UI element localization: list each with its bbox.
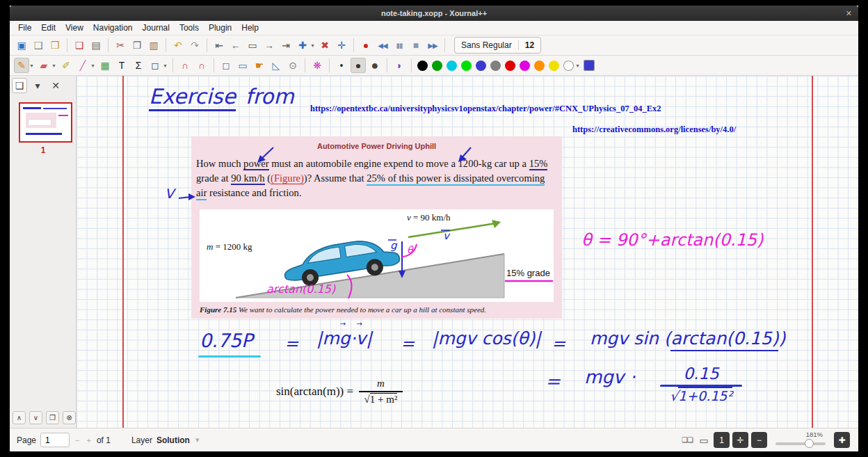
ruler-tool-icon[interactable]: ╱	[75, 58, 90, 73]
window-close-button[interactable]: ✕	[846, 6, 852, 21]
two-page-view-icon[interactable]: ❏❏	[680, 433, 695, 448]
record-audio-icon[interactable]: ●	[358, 38, 373, 53]
font-selector[interactable]: Sans Regular 12	[454, 37, 541, 54]
pen-tool-icon[interactable]: ✎	[14, 58, 29, 73]
copy-page-button[interactable]: ❐	[46, 411, 59, 424]
zoom-slider[interactable]: 181%	[775, 431, 826, 450]
menu-plugin[interactable]: Plugin	[204, 23, 236, 33]
copy-icon[interactable]: ❐	[129, 38, 145, 53]
pause-icon[interactable]: ▮▮	[392, 38, 407, 53]
select-object-icon[interactable]: ▭	[235, 58, 250, 73]
pen-dropdown-icon[interactable]: ▾	[29, 58, 35, 73]
color-gray-swatch[interactable]	[490, 61, 501, 71]
page-increment-button[interactable]: +	[85, 436, 92, 444]
color-light-green-swatch[interactable]	[461, 61, 472, 71]
first-page-icon[interactable]: ⇤	[211, 38, 227, 53]
image-tool-icon[interactable]: ▦	[97, 58, 113, 73]
delete-page-button[interactable]: ⊗	[63, 411, 76, 424]
figure-link[interactable]: (Figure)	[271, 173, 304, 184]
color-dropdown-icon[interactable]: ▾	[574, 58, 581, 73]
single-page-button[interactable]: 1	[714, 432, 730, 448]
export-pdf-icon[interactable]: ❏	[72, 38, 87, 53]
color-green-swatch[interactable]	[432, 61, 442, 71]
preview-layers-icon[interactable]: ❏	[12, 78, 27, 93]
document-canvas[interactable]: Exercisefrom https://opentextbc.ca/unive…	[77, 76, 858, 428]
menu-navigation[interactable]: Navigation	[88, 23, 138, 33]
color-magenta-swatch[interactable]	[520, 61, 530, 71]
paste-icon[interactable]: ▥	[146, 38, 161, 53]
save-icon[interactable]: ▣	[14, 38, 29, 53]
line-width-thick-icon[interactable]: ●	[367, 58, 383, 73]
select-region-icon[interactable]: ◻	[218, 58, 234, 73]
presentation-mode-icon[interactable]: ▭	[696, 433, 712, 448]
shape-recognizer-icon[interactable]: ❋	[310, 58, 325, 73]
last-page-icon[interactable]: ⇥	[278, 38, 294, 53]
license-link[interactable]: https://creativecommons.org/licenses/by/…	[572, 125, 736, 135]
undo-icon[interactable]: ↶	[170, 38, 186, 53]
zoom-slider-track[interactable]	[775, 442, 826, 445]
font-name[interactable]: Sans Regular	[461, 40, 512, 50]
menu-help[interactable]: Help	[236, 23, 264, 33]
rewind-icon[interactable]: ◀◀	[375, 38, 390, 53]
color-orange-swatch[interactable]	[534, 61, 545, 71]
font-size[interactable]: 12	[518, 40, 534, 50]
color-red-swatch[interactable]	[505, 61, 515, 71]
previous-page-icon[interactable]: ←	[228, 38, 243, 53]
setsquare-icon[interactable]: ◺	[268, 58, 284, 73]
cut-icon[interactable]: ✂	[113, 38, 128, 53]
stop-icon[interactable]: ■	[408, 38, 424, 53]
menu-journal[interactable]: Journal	[138, 23, 175, 33]
next-page-icon[interactable]: →	[262, 38, 277, 53]
new-document-icon[interactable]: ❑	[31, 38, 46, 53]
zoom-slider-handle[interactable]	[805, 439, 814, 448]
line-width-medium-icon[interactable]: ●	[351, 58, 366, 73]
eraser-dropdown-icon[interactable]: ▾	[51, 58, 57, 73]
redo-icon[interactable]: ↷	[187, 38, 202, 53]
math-tex-icon[interactable]: Σ	[131, 58, 146, 73]
menu-file[interactable]: File	[13, 23, 36, 33]
menu-tools[interactable]: Tools	[175, 23, 204, 33]
forward-icon[interactable]: ▶▶	[425, 38, 440, 53]
menu-view[interactable]: View	[61, 23, 88, 33]
source-link[interactable]: https://opentextbc.ca/universityphysicsv…	[310, 104, 661, 114]
layer-selector[interactable]: Solution	[156, 435, 190, 445]
current-color-indicator[interactable]	[584, 60, 595, 71]
shape-tool-icon[interactable]: ◻	[147, 58, 163, 73]
snap-rotation-icon[interactable]: ∩	[177, 58, 193, 73]
add-page-dropdown-icon[interactable]: ▾	[310, 38, 316, 53]
print-icon[interactable]: ▤	[88, 38, 104, 53]
ruler-dropdown-icon[interactable]: ▾	[90, 58, 96, 73]
page-decrement-button[interactable]: −	[74, 436, 81, 444]
hand-tool-icon[interactable]: ☛	[252, 58, 267, 73]
snap-grid-icon[interactable]: ∩	[194, 58, 209, 73]
page-number-input[interactable]	[40, 433, 70, 447]
eraser-tool-icon[interactable]: ▰	[36, 58, 51, 73]
compass-icon[interactable]: ⊙	[285, 58, 300, 73]
line-width-fine-icon[interactable]: •	[334, 58, 349, 73]
fill-tool-icon[interactable]: ◗	[392, 58, 407, 73]
layer-dropdown-icon[interactable]: ▾	[194, 435, 201, 444]
color-blue-swatch[interactable]	[476, 61, 486, 71]
preview-dropdown-icon[interactable]: ▾	[30, 78, 45, 93]
page-up-button[interactable]: ∧	[13, 411, 26, 424]
add-page-icon[interactable]: ✚	[295, 38, 310, 53]
text-tool-icon[interactable]: T	[114, 58, 129, 73]
page-thumbnail[interactable]	[19, 102, 72, 143]
zoom-fit-button[interactable]: ✛	[732, 432, 748, 448]
color-cyan-swatch[interactable]	[447, 61, 457, 71]
color-black-swatch[interactable]	[417, 61, 428, 71]
color-white-swatch[interactable]	[563, 61, 574, 71]
delete-page-icon[interactable]: ✖	[317, 38, 332, 53]
menu-edit[interactable]: Edit	[36, 23, 61, 33]
zoom-in-button[interactable]: ✚	[834, 432, 850, 448]
title-bar[interactable]: note-taking.xopp - Xournal++ ✕	[10, 6, 858, 21]
highlighter-tool-icon[interactable]: ✐	[58, 58, 74, 73]
zoom-out-button[interactable]: −	[751, 432, 767, 448]
page-down-button[interactable]: ∨	[29, 411, 42, 424]
color-yellow-swatch[interactable]	[549, 61, 559, 71]
preview-close-icon[interactable]: ✕	[48, 78, 63, 93]
fullscreen-icon[interactable]: ✛	[334, 38, 349, 53]
goto-page-icon[interactable]: ▭	[245, 38, 260, 53]
open-file-icon[interactable]: ❒	[47, 38, 63, 53]
shape-dropdown-icon[interactable]: ▾	[162, 58, 168, 73]
